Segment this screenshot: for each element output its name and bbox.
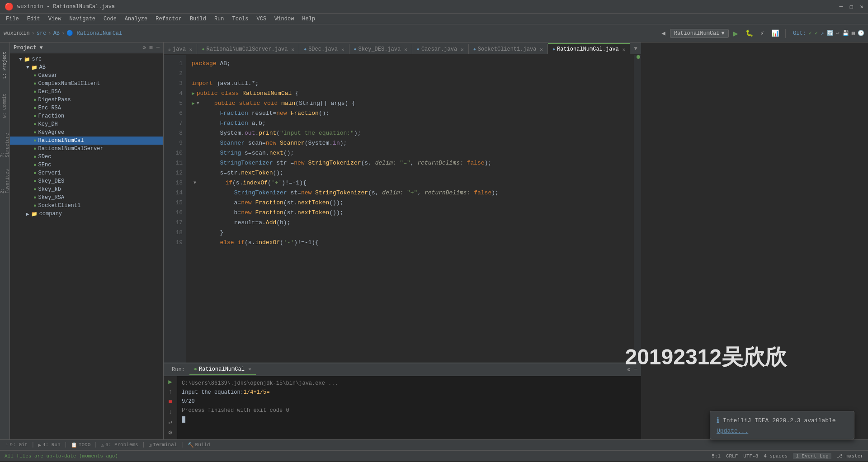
problems-btab[interactable]: ⚠ 6: Problems [97,441,142,449]
status-event-log[interactable]: 1 Event Log [793,453,831,459]
tab-java-close[interactable]: ✕ [189,47,193,52]
tab-rns-close[interactable]: ✕ [292,47,295,52]
run-scroll-up[interactable]: ↑ [168,388,172,396]
run-arrow-4[interactable]: ▶ [192,89,195,99]
menu-build[interactable]: Build [186,15,210,23]
tab-java[interactable]: ☕ java ✕ [164,44,197,54]
status-crlf[interactable]: CRLF [726,453,738,459]
tree-skey-kb[interactable]: ● Skey_kb [10,185,163,193]
coverage-btn[interactable]: ⚡ [758,28,767,39]
git-tab[interactable]: ↑ 9: Git [2,441,31,448]
tree-src[interactable]: ▼ 📁 src [10,55,163,63]
menu-analyze[interactable]: Analyze [121,15,151,23]
menu-window[interactable]: Window [271,15,297,23]
tree-digestpass[interactable]: ● DigestPass [10,96,163,104]
tab-rationalnumcal[interactable]: ● RationalNumCal.java ✕ [548,43,630,54]
git-history[interactable]: 🕐 [858,30,864,37]
git-refresh[interactable]: 🔄 [827,30,834,37]
menu-refactor[interactable]: Refactor [152,15,185,23]
tree-enc-rsa[interactable]: ● Enc_RSA [10,104,163,112]
menu-vcs[interactable]: VCS [253,15,270,23]
tab-sdec-close[interactable]: ✕ [341,47,344,52]
run-arrow-5[interactable]: ▶ [192,99,195,108]
tab-caesar[interactable]: ● Caesar.java ✕ [412,44,469,54]
run-btn[interactable]: ▶ [731,27,741,40]
project-minimize-icon[interactable]: — [156,44,160,51]
run-scroll-down[interactable]: ↓ [168,408,172,415]
tab-socketclient1[interactable]: ● SocketClient1.java ✕ [469,44,548,54]
run-camera-icon[interactable]: 📷 [166,439,174,439]
tree-complexnumcalclient[interactable]: ● ComplexNumCalClient [10,80,163,88]
status-indent[interactable]: 4 spaces [764,453,788,459]
win-maximize[interactable]: ❐ [849,3,853,10]
run-wrap-btn[interactable]: ↵ [168,418,172,426]
tree-sdec[interactable]: ● SDec [10,153,163,161]
run-play-btn[interactable]: ▶ [168,378,172,386]
status-charset[interactable]: UTF-8 [743,453,758,459]
fold-13[interactable]: ▼ [193,178,196,188]
tab-rationalnumcalserver[interactable]: ● RationalNumCalServer.java ✕ [197,44,299,54]
tab-sc1-close[interactable]: ✕ [540,47,543,52]
run-btab[interactable]: ▶ 4: Run [34,441,64,449]
debug-btn[interactable]: 🐛 [743,28,756,39]
tab-skeydes-close[interactable]: ✕ [404,47,407,52]
tab-rnc-close[interactable]: ✕ [623,47,626,52]
favorites-tab[interactable]: 2: Favorites [0,160,9,196]
git-check2[interactable]: ✓ [815,30,818,37]
menu-navigate[interactable]: Navigate [66,15,99,23]
tree-caesar[interactable]: ● Caesar [10,71,163,80]
project-tab[interactable]: 1: Project [0,42,9,88]
menu-edit[interactable]: Edit [24,15,44,23]
structure-tab[interactable]: 7: Structure [0,124,9,160]
project-gear-icon[interactable]: ⚙ [142,44,146,51]
menu-run[interactable]: Run [211,15,228,23]
tree-dec-rsa[interactable]: ● Dec_RSA [10,88,163,96]
git-back-arrow[interactable]: ↩ [836,30,840,37]
tree-senc[interactable]: ● SEnc [10,161,163,169]
todo-btab[interactable]: 📋 TODO [67,441,94,449]
tree-server1[interactable]: ● Server1 [10,169,163,177]
app-logo: 🔴 [5,2,14,11]
tree-company[interactable]: ▶ 📁 company [10,210,163,218]
tab-caesar-close[interactable]: ✕ [461,47,464,52]
menu-file[interactable]: File [2,15,23,23]
back-btn[interactable]: ◀ [659,28,668,39]
run-stop-btn[interactable]: ■ [168,398,172,405]
menu-code[interactable]: Code [100,15,120,23]
tree-rationalnumcalserver[interactable]: ● RationalNumCalServer [10,145,163,153]
tree-keyagree[interactable]: ● KeyAgree [10,128,163,137]
menu-help[interactable]: Help [298,15,319,23]
code-area[interactable]: package AB; import java.util.*; ▶ public… [186,55,634,363]
profile-btn[interactable]: 📊 [769,28,782,39]
tree-key-dh[interactable]: ● Key_DH [10,120,163,128]
tab-skey-des[interactable]: ● Skey_DES.java ✕ [349,44,412,54]
tree-fraction[interactable]: ● Fraction [10,112,163,120]
tree-skey-rsa[interactable]: ● Skey_RSA [10,193,163,202]
tree-socketclient1[interactable]: ● SocketClient1 [10,202,163,210]
status-master[interactable]: ⎇ master [837,453,863,459]
tree-rationalnumcal[interactable]: ● RationalNumCal [10,137,163,145]
win-minimize[interactable]: — [840,3,843,10]
run-tab-close[interactable]: ✕ [248,366,251,372]
terminal-btab[interactable]: ⊞ Terminal [145,441,180,449]
win-close[interactable]: ✕ [860,3,863,10]
tabs-overflow[interactable]: ▼ [630,43,641,54]
tree-ab[interactable]: ▼ 📁 AB [10,63,163,71]
fold-5[interactable]: ▼ [197,99,199,108]
tab-sdec[interactable]: ● SDec.java ✕ [299,44,349,54]
git-save[interactable]: 💾 [842,30,849,37]
status-position[interactable]: 5:1 [712,453,721,459]
git-diff[interactable]: ▦ [852,30,855,37]
build-btab[interactable]: 🔨 Build [184,441,214,449]
git-check1[interactable]: ✓ [809,30,812,37]
run-config-selector[interactable]: RationalNumCal ▼ [670,29,729,38]
git-arrow-up[interactable]: ↗ [821,30,824,37]
commit-tab[interactable]: 0: Commit [0,88,9,124]
run-tab-rnc[interactable]: ● RationalNumCal ✕ [189,364,256,375]
menu-tools[interactable]: Tools [229,15,252,23]
run-settings2-icon[interactable]: ⚙ [168,429,172,436]
tree-skey-des[interactable]: ● Skey_DES [10,177,163,185]
project-layout-icon[interactable]: ⊞ [150,44,153,51]
notification-update-link[interactable]: Update... [717,428,748,434]
menu-view[interactable]: View [45,15,65,23]
